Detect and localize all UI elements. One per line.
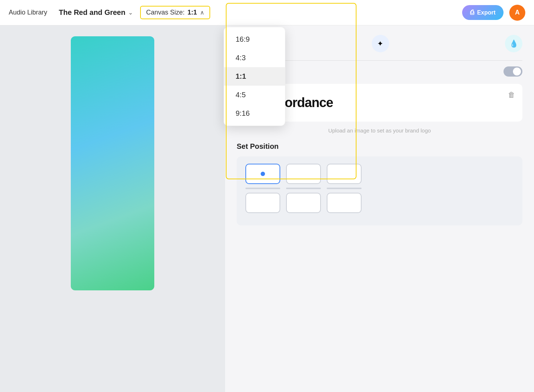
- star-icon: ✦: [377, 39, 383, 48]
- canvas-size-dropdown-menu: 16:94:31:14:59:16: [224, 27, 285, 126]
- position-row-bottom: [245, 193, 514, 213]
- position-divider-row: [245, 188, 514, 189]
- branding-toggle[interactable]: [504, 66, 522, 77]
- divider-line-3: [327, 188, 362, 189]
- divider-line-2: [286, 188, 321, 189]
- canvas-size-dropdown[interactable]: Canvas Size: 1:1 ∧: [140, 6, 210, 19]
- star-button[interactable]: ✦: [372, 35, 389, 52]
- water-icon: 💧: [509, 39, 518, 48]
- export-label: Export: [477, 9, 496, 16]
- preview-canvas: [71, 36, 154, 290]
- export-button[interactable]: ⎙ Export: [462, 5, 504, 20]
- set-position-label: Set Position: [237, 142, 522, 151]
- pos-btn-bottom-left[interactable]: [245, 193, 280, 213]
- water-button[interactable]: 💧: [505, 35, 522, 52]
- divider-line-1: [245, 188, 280, 189]
- delete-icon: 🗑: [508, 91, 515, 99]
- preview-panel: [0, 25, 225, 392]
- canvas-option-4-5[interactable]: 4:5: [224, 86, 285, 104]
- upload-hint: Upload an image to set as your brand log…: [237, 127, 522, 134]
- pos-dot: [261, 172, 265, 176]
- chevron-up-icon: ∧: [200, 9, 204, 16]
- pos-btn-bottom-center[interactable]: [286, 193, 321, 213]
- header: Audio Library The Red and Green ⌄ Canvas…: [0, 0, 534, 25]
- canvas-option-1-1[interactable]: 1:1: [224, 67, 285, 86]
- chevron-down-icon: ⌄: [128, 9, 133, 16]
- audio-library-button[interactable]: Audio Library: [9, 9, 47, 16]
- position-grid: [237, 156, 522, 225]
- canvas-option-4-3[interactable]: 4:3: [224, 49, 285, 67]
- project-name: The Red and Green: [59, 8, 125, 17]
- pos-btn-top-left[interactable]: [245, 164, 280, 184]
- pos-btn-top-right[interactable]: [327, 164, 362, 184]
- avatar[interactable]: A: [509, 5, 525, 21]
- pos-btn-top-center[interactable]: [286, 164, 321, 184]
- toggle-thumb: [513, 68, 521, 75]
- project-selector[interactable]: The Red and Green ⌄: [59, 8, 133, 17]
- delete-button[interactable]: 🗑: [505, 88, 518, 101]
- canvas-option-16-9[interactable]: 16:9: [224, 30, 285, 49]
- export-icon: ⎙: [470, 9, 474, 16]
- position-row-top: [245, 164, 514, 184]
- canvas-size-value: 1:1: [188, 9, 197, 16]
- canvas-option-9-16[interactable]: 9:16: [224, 104, 285, 123]
- canvas-size-label: Canvas Size:: [146, 9, 184, 16]
- pos-btn-bottom-right[interactable]: [327, 193, 362, 213]
